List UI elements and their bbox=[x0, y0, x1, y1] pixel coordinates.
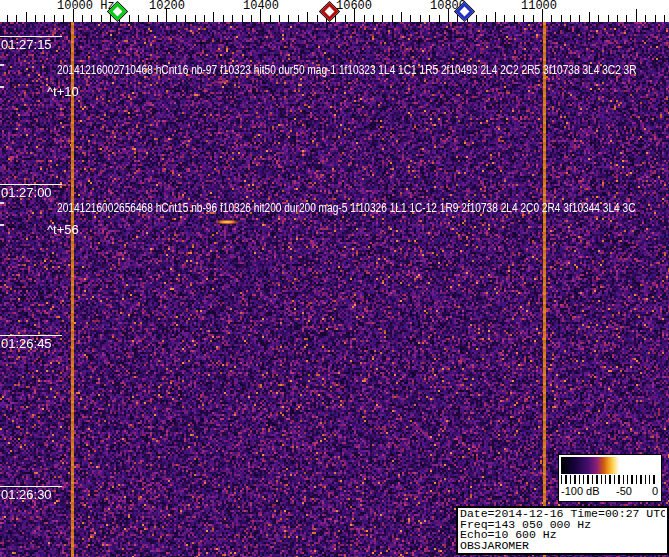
ruler-label: 11000 bbox=[521, 0, 557, 13]
ruler-tick bbox=[420, 15, 421, 22]
ruler-tick bbox=[73, 9, 74, 22]
time-label: 01:27:00 bbox=[1, 186, 52, 199]
ruler-tick bbox=[82, 15, 83, 22]
ruler-tick bbox=[288, 15, 289, 22]
ruler-tick bbox=[91, 15, 92, 22]
ruler-tick bbox=[561, 15, 562, 22]
time-label: 01:26:45 bbox=[1, 337, 52, 350]
ruler-tick bbox=[392, 15, 393, 22]
ruler-tick bbox=[579, 15, 580, 22]
ruler-tick bbox=[608, 15, 609, 22]
ruler-tick bbox=[476, 15, 477, 22]
ruler-tick bbox=[514, 15, 515, 22]
ruler-tick bbox=[598, 15, 599, 22]
ruler-tick bbox=[636, 9, 637, 22]
legend-label-max: 0 bbox=[652, 485, 658, 498]
legend-label-min: -100 dB bbox=[561, 485, 600, 498]
ruler-tick bbox=[176, 15, 177, 22]
ruler-tick bbox=[279, 15, 280, 22]
ruler-tick bbox=[542, 9, 543, 22]
ruler-tick bbox=[504, 15, 505, 22]
ruler-tick bbox=[570, 15, 571, 22]
ruler-tick bbox=[166, 9, 167, 22]
legend-label-mid: -50 bbox=[616, 485, 632, 498]
event-time-offset: ^t+56 bbox=[47, 223, 79, 236]
ruler-tick bbox=[523, 15, 524, 22]
event-edge-tick bbox=[0, 64, 4, 66]
info-station: OBSJAROMER bbox=[460, 541, 665, 552]
ruler-tick bbox=[138, 15, 139, 22]
ruler-tick bbox=[664, 15, 665, 22]
ruler-tick bbox=[232, 15, 233, 22]
event-time-offset: ^t+10 bbox=[47, 85, 79, 98]
ruler-tick bbox=[44, 15, 45, 22]
ruler-tick bbox=[429, 15, 430, 22]
ruler-tick bbox=[439, 15, 440, 22]
ruler-tick bbox=[35, 15, 36, 22]
ruler-label: 10000 Hz bbox=[57, 0, 115, 13]
legend-tick-comb bbox=[561, 475, 658, 484]
ruler-tick bbox=[298, 15, 299, 22]
ruler-tick bbox=[495, 12, 496, 22]
ruler-tick bbox=[307, 12, 308, 22]
ruler-tick bbox=[317, 15, 318, 22]
ruler-tick bbox=[270, 15, 271, 22]
event-info-text: 20141216002710468 hCnt16 nb-97 f10323 hi… bbox=[57, 63, 637, 76]
ruler-tick bbox=[129, 15, 130, 22]
ruler-tick bbox=[401, 12, 402, 22]
ruler-tick bbox=[448, 9, 449, 22]
time-label: 01:27:15 bbox=[1, 38, 52, 51]
ruler-tick bbox=[345, 15, 346, 22]
ruler-tick bbox=[7, 15, 8, 22]
info-frequency: Freq=143 050 000 Hz bbox=[460, 520, 665, 531]
db-color-scale: -100 dB -50 0 bbox=[558, 454, 662, 502]
ruler-tick bbox=[354, 9, 355, 22]
ruler-tick bbox=[645, 15, 646, 22]
color-gradient-bar bbox=[561, 457, 658, 474]
ruler-tick bbox=[617, 15, 618, 22]
ruler-tick bbox=[335, 15, 336, 22]
ruler-tick bbox=[410, 15, 411, 22]
ruler-tick bbox=[382, 15, 383, 22]
carrier-line-11000hz bbox=[543, 14, 546, 557]
ruler-tick bbox=[26, 12, 27, 22]
ruler-tick bbox=[260, 9, 261, 22]
observation-info-box: Date=2014-12-16 Time=00:27 UTC Freq=143 … bbox=[456, 506, 669, 555]
event-edge-tick bbox=[0, 86, 4, 88]
ruler-tick bbox=[185, 15, 186, 22]
ruler-tick bbox=[373, 15, 374, 22]
ruler-tick bbox=[213, 12, 214, 22]
event-edge-tick bbox=[0, 202, 4, 204]
ruler-tick bbox=[364, 15, 365, 22]
ruler-tick bbox=[101, 15, 102, 22]
ruler-tick bbox=[251, 15, 252, 22]
ruler-tick bbox=[486, 15, 487, 22]
ruler-tick bbox=[551, 15, 552, 22]
ruler-tick bbox=[195, 15, 196, 22]
event-edge-tick bbox=[0, 224, 4, 226]
ruler-tick bbox=[457, 15, 458, 22]
ruler-tick bbox=[157, 15, 158, 22]
ruler-tick bbox=[16, 15, 17, 22]
ruler-tick bbox=[242, 15, 243, 22]
ruler-tick bbox=[110, 15, 111, 22]
time-label: 01:26:30 bbox=[1, 488, 52, 501]
ruler-tick bbox=[223, 15, 224, 22]
info-echo: Echo=10 600 Hz bbox=[460, 530, 665, 541]
ruler-tick bbox=[655, 15, 656, 22]
ruler-tick bbox=[589, 12, 590, 22]
ruler-tick bbox=[533, 15, 534, 22]
meteor-spectrogram-window: 10000 Hz 10200 10400 10600 10800 11000 0… bbox=[0, 0, 669, 557]
ruler-tick bbox=[54, 15, 55, 22]
ruler-tick bbox=[626, 15, 627, 22]
ruler-tick bbox=[148, 15, 149, 22]
ruler-tick bbox=[63, 15, 64, 22]
ruler-tick bbox=[204, 15, 205, 22]
info-date-time: Date=2014-12-16 Time=00:27 UTC bbox=[460, 509, 665, 520]
event-info-text: 20141216002656468 hCnt15 nb-96 f10326 hi… bbox=[57, 201, 635, 214]
